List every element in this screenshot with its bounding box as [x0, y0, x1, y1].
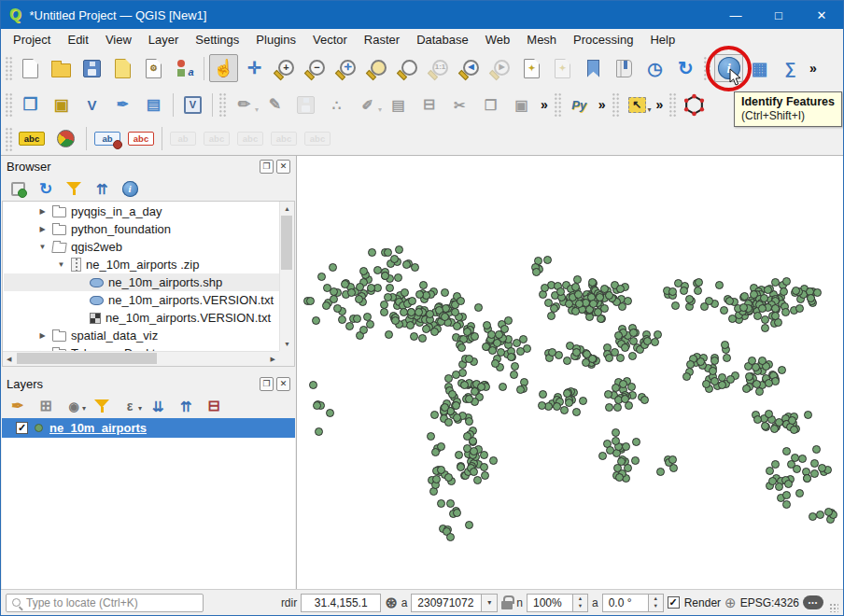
tree-item[interactable]: ▼qgis2web [4, 238, 279, 256]
pin-labels-icon[interactable]: ab [91, 127, 123, 151]
new-print-layout-icon[interactable] [108, 54, 137, 82]
toolbar-overflow-icon[interactable]: » [595, 97, 610, 112]
tree-expander-icon[interactable]: ▶ [37, 207, 48, 216]
new-project-icon[interactable] [16, 54, 45, 82]
extents-toggle-icon[interactable]: ⊛ [385, 595, 397, 610]
tree-expander-icon[interactable]: ▶ [37, 331, 48, 340]
show-statistics-icon[interactable]: ∑ [776, 54, 805, 82]
tree-item-label[interactable]: qgis2web [71, 240, 122, 254]
menu-processing[interactable]: Processing [565, 31, 641, 49]
layer-labeling-icon[interactable]: abc [16, 127, 48, 151]
map-tips-hexagon-icon[interactable] [680, 91, 709, 119]
layer-diagram-icon[interactable] [49, 127, 81, 151]
open-attribute-table-icon[interactable]: ▦ [745, 54, 774, 82]
scale-dropdown-icon[interactable]: ▾ [482, 594, 498, 612]
zoom-last-icon[interactable]: ◀ [456, 54, 485, 82]
toolbar-handle[interactable] [703, 56, 711, 80]
tree-item-label[interactable]: pyqgis_in_a_day [71, 204, 162, 218]
magnifier-spinbox[interactable]: 100% ▲▼ [527, 594, 588, 612]
toolbar-handle[interactable] [668, 92, 677, 117]
menu-plugins[interactable]: Plugins [247, 31, 304, 49]
spin-up-icon[interactable]: ▲ [653, 595, 657, 602]
tree-item-label[interactable]: ne_10m_airports.VERSION.txt [106, 311, 271, 325]
refresh-map-icon[interactable]: ↻ [671, 54, 700, 82]
filter-by-expression-icon[interactable]: ε▾ [118, 395, 142, 417]
collapse-all-icon[interactable]: ⇈ [90, 177, 114, 200]
zoom-out-icon[interactable]: − [302, 54, 331, 82]
scroll-up-icon[interactable]: ▲ [284, 205, 290, 212]
lock-scale-icon[interactable] [501, 601, 513, 609]
data-source-manager-icon[interactable]: ❐ [16, 91, 45, 119]
layer-visibility-checkbox[interactable]: ✓ [16, 422, 28, 434]
render-checkbox[interactable]: ✓ Render [668, 596, 721, 609]
pan-to-selection-icon[interactable]: ✛ [240, 54, 269, 82]
new-spatialite-layer-icon[interactable]: ✒ [108, 91, 137, 119]
zoom-in-icon[interactable]: + [271, 54, 300, 82]
tree-expander-icon[interactable]: ▼ [37, 243, 48, 251]
new-geopackage-layer-icon[interactable]: ▣ [47, 91, 76, 119]
zoom-full-icon[interactable]: ✛ [332, 54, 361, 82]
menu-web[interactable]: Web [477, 31, 519, 49]
resize-grip[interactable] [829, 603, 838, 612]
layers-float-button[interactable]: ❐ [260, 377, 274, 391]
open-layer-styling-icon[interactable]: ✒ [6, 395, 30, 417]
layer-properties-icon[interactable]: i [118, 177, 142, 200]
menu-help[interactable]: Help [641, 31, 683, 49]
manage-map-themes-icon[interactable]: ◉▾ [62, 395, 86, 417]
menu-project[interactable]: Project [5, 31, 59, 49]
menu-raster[interactable]: Raster [356, 31, 408, 49]
toolbar-handle[interactable] [218, 92, 227, 117]
scroll-down-icon[interactable]: ▼ [284, 341, 290, 347]
tree-item[interactable]: ▼ne_10m_airports .zip [4, 256, 279, 273]
tree-item-label[interactable]: ne_10m_airports .zip [86, 258, 199, 272]
collapse-all-layers-icon[interactable]: ⇈ [174, 395, 198, 417]
menu-layer[interactable]: Layer [140, 31, 188, 49]
menu-database[interactable]: Database [408, 31, 477, 49]
browser-float-button[interactable]: ❐ [260, 160, 274, 174]
layer-name[interactable]: ne_10m_airports [49, 421, 147, 435]
toolbar-handle[interactable] [5, 127, 13, 151]
new-spatial-bookmark-icon[interactable] [579, 54, 608, 82]
browser-close-button[interactable]: ✕ [276, 160, 290, 174]
browser-hscroll-thumb[interactable] [17, 353, 157, 364]
dropdown-arrow-icon[interactable]: ▾ [82, 404, 86, 413]
identify-features-icon[interactable]: i [714, 54, 743, 82]
menu-mesh[interactable]: Mesh [518, 31, 565, 49]
tree-item[interactable]: ▶spatial_data_viz [4, 327, 279, 344]
layer-item-ne-10m-airports[interactable]: ✓ ne_10m_airports [2, 418, 295, 438]
add-selected-layers-icon[interactable] [6, 177, 30, 200]
filter-legend-icon[interactable] [90, 395, 114, 417]
select-features-icon[interactable]: ↖▾ [623, 91, 652, 119]
add-group-icon[interactable]: ⊞ [34, 395, 58, 417]
spin-up-icon[interactable]: ▲ [578, 595, 583, 602]
dropdown-arrow-icon[interactable]: ▾ [255, 105, 259, 114]
spin-down-icon[interactable]: ▼ [653, 603, 657, 609]
tree-item-label[interactable]: spatial_data_viz [71, 329, 158, 343]
zoom-to-layer-icon[interactable] [363, 54, 392, 82]
coordinate-input[interactable]: 31.4,155.1 [301, 594, 381, 612]
tree-item[interactable]: ne_10m_airports.VERSION.txt [4, 291, 279, 309]
dropdown-arrow-icon[interactable]: ▾ [138, 404, 142, 413]
tree-item-label[interactable]: ne_10m_airports.shp [108, 275, 222, 289]
tree-item-label[interactable]: ne_10m_airports.VERSION.txt [108, 293, 274, 307]
maximize-button[interactable]: □ [757, 1, 800, 29]
menu-vector[interactable]: Vector [304, 31, 356, 49]
layers-close-button[interactable]: ✕ [276, 377, 290, 391]
new-virtual-layer-icon[interactable]: ▤ [139, 91, 168, 119]
toolbar-handle[interactable] [554, 92, 562, 117]
toolbar-handle[interactable] [612, 92, 620, 117]
toolbar-handle[interactable] [5, 92, 13, 117]
menu-settings[interactable]: Settings [187, 31, 247, 49]
open-project-icon[interactable] [47, 54, 76, 82]
minimize-button[interactable]: — [714, 1, 757, 29]
expand-all-icon[interactable]: ⇊ [146, 395, 170, 417]
python-console-icon[interactable]: Py [565, 91, 594, 119]
remove-layer-icon[interactable]: ⊟ [202, 395, 226, 417]
crs-status[interactable]: EPSG:4326 [740, 596, 799, 609]
filter-browser-icon[interactable] [62, 177, 86, 200]
tree-item[interactable]: ▶python_foundation [4, 220, 279, 238]
toolbar-overflow-icon[interactable]: » [537, 97, 552, 112]
layout-manager-icon[interactable]: ⚙ [139, 54, 168, 82]
toolbar-overflow-icon[interactable]: » [806, 61, 821, 76]
map-canvas[interactable] [297, 156, 843, 589]
